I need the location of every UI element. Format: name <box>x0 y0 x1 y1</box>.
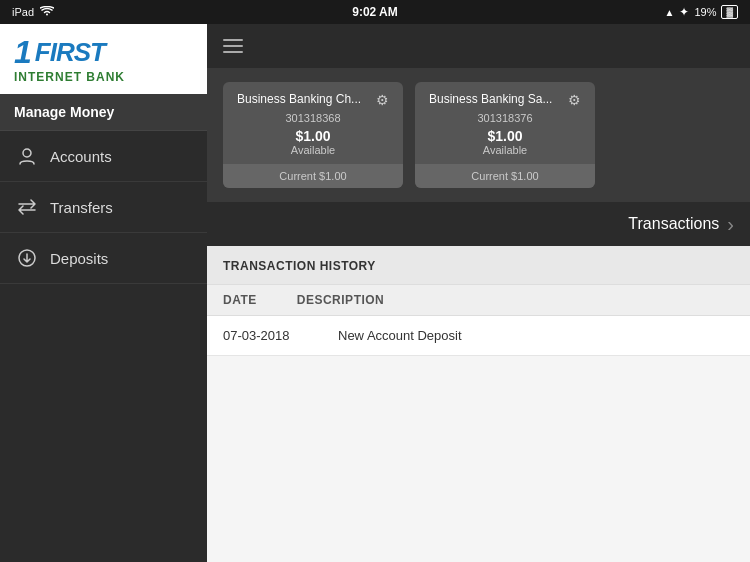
account-card-header-0: Business Banking Ch... ⚙ <box>237 92 389 108</box>
bluetooth-icon: ✦ <box>679 5 689 19</box>
transfers-label: Transfers <box>50 199 113 216</box>
accounts-icon <box>16 145 38 167</box>
col-description: DESCRIPTION <box>297 293 385 307</box>
account-current-1: Current $1.00 <box>415 164 595 188</box>
battery-label: 19% <box>694 6 716 18</box>
account-number-1: 301318376 <box>429 112 581 124</box>
row-description-0: New Account Deposit <box>338 328 462 343</box>
chevron-right-icon: › <box>727 213 734 236</box>
svg-point-0 <box>23 149 31 157</box>
account-card-0[interactable]: Business Banking Ch... ⚙ 301318368 $1.00… <box>223 82 403 188</box>
status-right: ▲ ✦ 19% ▓ <box>665 5 739 19</box>
logo-first: 1 FIRST <box>14 36 193 68</box>
account-name-1: Business Banking Sa... <box>429 92 552 106</box>
row-date-0: 07-03-2018 <box>223 328 298 343</box>
account-number-0: 301318368 <box>237 112 389 124</box>
accounts-row: Business Banking Ch... ⚙ 301318368 $1.00… <box>207 68 750 202</box>
logo-number: 1 <box>14 36 32 68</box>
status-bar: iPad 9:02 AM ▲ ✦ 19% ▓ <box>0 0 750 24</box>
deposits-icon <box>16 247 38 269</box>
top-bar <box>207 24 750 68</box>
hamburger-line-2 <box>223 45 243 47</box>
hamburger-line-1 <box>223 39 243 41</box>
history-header: TRANSACTION HISTORY <box>207 246 750 285</box>
signal-icon: ▲ <box>665 7 675 18</box>
account-card-header-1: Business Banking Sa... ⚙ <box>429 92 581 108</box>
accounts-label: Accounts <box>50 148 112 165</box>
account-available-1: Available <box>429 144 581 156</box>
sidebar-logo: 1 FIRST Internet Bank <box>0 24 207 94</box>
account-gear-icon-0[interactable]: ⚙ <box>376 92 389 108</box>
sidebar-item-accounts[interactable]: Accounts <box>0 131 207 182</box>
account-amount-0: $1.00 <box>237 128 389 144</box>
account-current-0: Current $1.00 <box>223 164 403 188</box>
battery-icon: ▓ <box>721 5 738 19</box>
history-title: TRANSACTION HISTORY <box>223 259 376 273</box>
account-name-0: Business Banking Ch... <box>237 92 361 106</box>
sidebar-item-deposits[interactable]: Deposits <box>0 233 207 284</box>
deposits-label: Deposits <box>50 250 108 267</box>
logo-bank-name: FIRST <box>35 39 105 65</box>
transfers-icon <box>16 196 38 218</box>
sidebar-item-transfers[interactable]: Transfers <box>0 182 207 233</box>
transaction-history: TRANSACTION HISTORY DATE DESCRIPTION 07-… <box>207 246 750 562</box>
manage-money-header: Manage Money <box>0 94 207 131</box>
hamburger-line-3 <box>223 51 243 53</box>
status-time: 9:02 AM <box>352 5 398 19</box>
main-content: Business Banking Ch... ⚙ 301318368 $1.00… <box>207 24 750 562</box>
device-label: iPad <box>12 6 34 18</box>
status-left: iPad <box>12 6 54 18</box>
transactions-label: Transactions <box>628 215 719 233</box>
hamburger-menu-button[interactable] <box>223 39 243 53</box>
sidebar: 1 FIRST Internet Bank Manage Money Accou… <box>0 24 207 562</box>
transactions-bar[interactable]: Transactions › <box>207 202 750 246</box>
history-columns: DATE DESCRIPTION <box>207 285 750 316</box>
account-amount-1: $1.00 <box>429 128 581 144</box>
account-available-0: Available <box>237 144 389 156</box>
wifi-icon <box>40 6 54 18</box>
account-gear-icon-1[interactable]: ⚙ <box>568 92 581 108</box>
table-row: 07-03-2018 New Account Deposit <box>207 316 750 356</box>
col-date: DATE <box>223 293 257 307</box>
app-container: 1 FIRST Internet Bank Manage Money Accou… <box>0 24 750 562</box>
account-card-1[interactable]: Business Banking Sa... ⚙ 301318376 $1.00… <box>415 82 595 188</box>
logo-sub-name: Internet Bank <box>14 70 193 84</box>
